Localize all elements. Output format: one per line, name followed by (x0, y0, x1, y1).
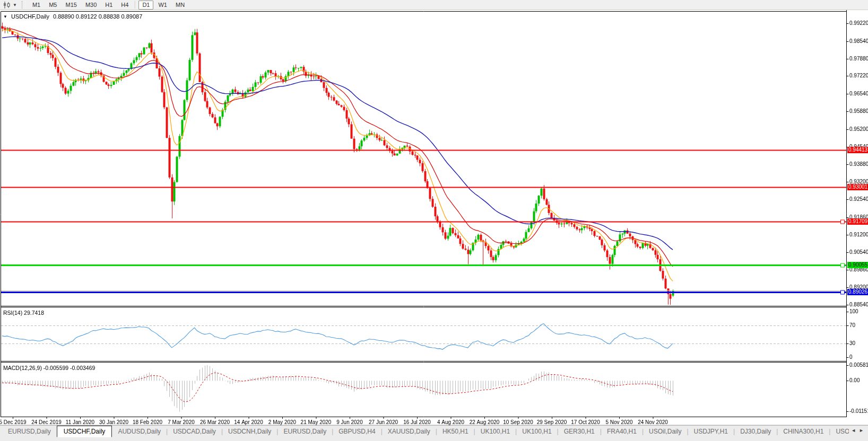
price-badge-090055: 0.90055 (847, 262, 868, 268)
chart-title: ▼ USDCHF,Daily 0.88890 0.89122 0.88838 0… (3, 13, 142, 20)
candlestick-chart-icon[interactable] (2, 1, 12, 8)
tab-uk100-h1[interactable]: UK100,H1 (517, 426, 556, 437)
toolbar-grip-handle[interactable] (22, 1, 25, 8)
tab-usdjpy-h1[interactable]: USDJPY,H1 (689, 426, 733, 437)
symbol-tab-bar: EURUSD,DailyUSDCHF,DailyAUDUSD,Daily|USD… (0, 425, 868, 441)
tab-fra40-h1[interactable]: FRA40,H1 (602, 426, 641, 437)
chart-ohlc-values: 0.88890 0.89122 0.88838 0.89087 (53, 13, 142, 20)
tab-usdcnh-daily[interactable]: USDCNH,Daily (223, 426, 276, 437)
tab-china300-h1[interactable]: CHINA300,H1 (778, 426, 828, 437)
tab-usoil-daily[interactable]: USOil,Daily (644, 426, 686, 437)
symbol-tabs: EURUSD,DailyUSDCHF,DailyAUDUSD,Daily|USD… (0, 426, 849, 437)
tab-gbpusd-h4[interactable]: GBPUSD,H4 (334, 426, 380, 437)
tab-scroll-left-icon[interactable]: ◄ (851, 428, 856, 433)
price-badge-093001: 0.93001 (847, 184, 868, 190)
tab-usoil-h[interactable]: USOil,H (831, 426, 849, 437)
tab-eurusd-daily[interactable]: EURUSD,Daily (279, 426, 331, 437)
tab-usdcad-daily[interactable]: USDCAD,Daily (168, 426, 221, 437)
tab-usdchf-daily[interactable]: USDCHF,Daily (57, 426, 112, 437)
tab-scroll-controls: ◄ ► (849, 426, 868, 433)
chart-symbol-period: USDCHF,Daily (11, 13, 49, 20)
price-chart-canvas[interactable] (0, 0, 868, 441)
price-badge-089026: 0.89026 (847, 289, 868, 295)
price-badge-094413: 0.94413 (847, 147, 868, 153)
tab-eurusd-daily[interactable]: EURUSD,Daily (3, 426, 56, 437)
timeframe-button-m15[interactable]: M15 (62, 1, 80, 10)
tab-audusd-daily[interactable]: AUDUSD,Daily (113, 426, 166, 437)
price-badge-091709: 0.91709 (847, 218, 868, 225)
tab-hk50-h1[interactable]: HK50,H1 (438, 426, 473, 437)
rsi-indicator-label: RSI(14) 29.7418 (3, 310, 44, 316)
timeframe-button-h1[interactable]: H1 (101, 1, 116, 10)
tab-xauusd-daily[interactable]: XAUUSD,Daily (383, 426, 435, 437)
timeframe-button-m30[interactable]: M30 (82, 1, 100, 10)
timeframe-toolbar: ▼ M1M5M15M30H1H4D1W1MN (0, 0, 868, 10)
timeframe-button-h4[interactable]: H4 (117, 1, 132, 10)
timeframe-button-m5[interactable]: M5 (45, 1, 60, 10)
symbol-dropdown-icon[interactable]: ▼ (3, 14, 7, 19)
tab-uk100-h1[interactable]: UK100,H1 (476, 426, 515, 437)
tab-ger30-h1[interactable]: GER30,H1 (559, 426, 600, 437)
timeframe-button-mn[interactable]: MN (172, 1, 188, 10)
toolbar-separator (135, 1, 136, 8)
timeframe-button-d1[interactable]: D1 (138, 1, 153, 10)
timeframe-buttons: M1M5M15M30H1H4D1W1MN (28, 1, 189, 10)
chart-type-dropdown-icon[interactable]: ▼ (13, 3, 17, 7)
macd-indicator-label: MACD(12,26,9) -0.005599 -0.003469 (3, 365, 95, 371)
tab-dj30-daily[interactable]: DJ30,Daily (735, 426, 776, 437)
timeframe-button-m1[interactable]: M1 (29, 1, 44, 10)
timeframe-button-w1[interactable]: W1 (154, 1, 171, 10)
tab-scroll-right-icon[interactable]: ► (859, 428, 864, 433)
